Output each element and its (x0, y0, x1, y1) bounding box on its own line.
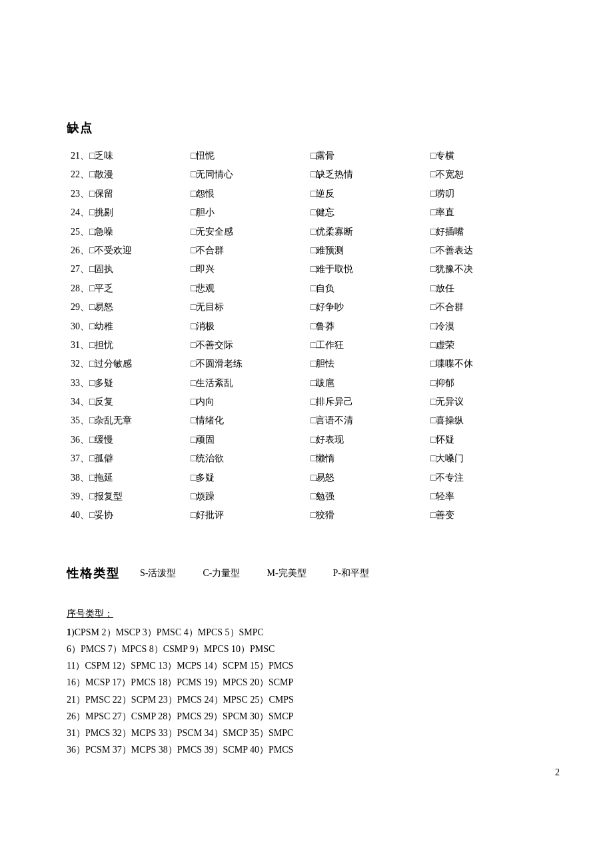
table-cell: □不专注 (426, 469, 546, 487)
table-cell: □勉强 (306, 487, 426, 506)
table-cell: □易怒 (306, 469, 426, 487)
table-cell: □难于取悦 (306, 260, 426, 279)
sequence-line: 16）MCSP 17）PMCS 18）PCMS 19）MPCS 20）SCMP (67, 674, 546, 691)
table-row: 30、□幼稚□消极□鲁莽□冷漠 (67, 317, 546, 336)
table-cell: □内向 (187, 393, 306, 411)
sequence-content: 1)CPSM 2）MSCP 3）PMSC 4）MPCS 5）SMPC6）PMCS… (67, 624, 546, 759)
table-cell: □抑郁 (426, 374, 546, 393)
table-row: 32、□过分敏感□不圆滑老练□胆怯□喋喋不休 (67, 355, 546, 373)
table-row: 29、□易怒□无目标□好争吵□不合群 (67, 298, 546, 317)
table-cell: □好插嘴 (426, 223, 546, 241)
table-cell: □健忘 (306, 203, 426, 222)
table-row: 35、□杂乱无章□情绪化□言语不清□喜操纵 (67, 411, 546, 430)
sequence-line: 6）PMCS 7）MPCS 8）CSMP 9）MPCS 10）PMSC (67, 641, 546, 657)
table-cell: 29、□易怒 (67, 298, 187, 317)
table-cell: 38、□拖延 (67, 469, 187, 487)
sequence-line: 26）MPSC 27）CSMP 28）PMCS 29）SPCM 30）SMCP (67, 708, 546, 725)
sequence-line: 31）PMCS 32）MCPS 33）PSCM 34）SMCP 35）SMPC (67, 725, 546, 741)
table-cell: □言语不清 (306, 411, 426, 430)
table-cell: □不宽恕 (426, 165, 546, 184)
table-cell: 30、□幼稚 (67, 317, 187, 336)
table-cell: □不圆滑老练 (187, 355, 306, 373)
table-cell: 39、□报复型 (67, 487, 187, 506)
table-cell: □无异议 (426, 393, 546, 411)
table-cell: □排斥异己 (306, 393, 426, 411)
table-row: 36、□缓慢□顽固□好表现□怀疑 (67, 431, 546, 449)
table-row: 21、□乏味□忸怩□露骨□专横 (67, 147, 546, 165)
table-cell: □胆小 (187, 203, 306, 222)
sequence-line: 1)CPSM 2）MSCP 3）PMSC 4）MPCS 5）SMPC (67, 624, 546, 641)
table-cell: □工作狂 (306, 336, 426, 355)
table-cell: □烦躁 (187, 487, 306, 506)
sequence-line: 21）PMSC 22）SCPM 23）PMCS 24）MPSC 25）CMPS (67, 691, 546, 708)
table-cell: □好争吵 (306, 298, 426, 317)
table-row: 25、□急噪□无安全感□优柔寡断□好插嘴 (67, 223, 546, 241)
table-cell: □怨恨 (187, 185, 306, 203)
defects-table: 21、□乏味□忸怩□露骨□专横22、□散漫□无同情心□缺乏热情□不宽恕23、□保… (67, 147, 546, 525)
table-cell: □懒惰 (306, 449, 426, 468)
table-cell: 36、□缓慢 (67, 431, 187, 449)
sequence-title: 序号类型： (67, 608, 546, 620)
table-cell: □逆反 (306, 185, 426, 203)
table-cell: □即兴 (187, 260, 306, 279)
table-cell: □虚荣 (426, 336, 546, 355)
table-row: 39、□报复型□烦躁□勉强□轻率 (67, 487, 546, 506)
table-row: 27、□固执□即兴□难于取悦□犹豫不决 (67, 260, 546, 279)
table-cell: □冷漠 (426, 317, 546, 336)
personality-type-s: S-活泼型 (140, 567, 176, 579)
table-cell: □犹豫不决 (426, 260, 546, 279)
page: 缺点 21、□乏味□忸怩□露骨□专横22、□散漫□无同情心□缺乏热情□不宽恕23… (0, 0, 613, 798)
table-row: 23、□保留□怨恨□逆反□唠叨 (67, 185, 546, 203)
table-cell: □喋喋不休 (426, 355, 546, 373)
personality-type-m: M-完美型 (267, 567, 306, 579)
personality-section: 性格类型 S-活泼型 C-力量型 M-完美型 P-和平型 (67, 565, 546, 581)
table-cell: □不善交际 (187, 336, 306, 355)
table-cell: □善变 (426, 506, 546, 525)
table-cell: 28、□平乏 (67, 279, 187, 298)
table-cell: □喜操纵 (426, 411, 546, 430)
table-cell: □顽固 (187, 431, 306, 449)
table-row: 34、□反复□内向□排斥异己□无异议 (67, 393, 546, 411)
sequence-line: 36）PCSM 37）MCPS 38）PMCS 39）SCMP 40）PMCS (67, 741, 546, 758)
table-row: 40、□妥协□好批评□狡猾□善变 (67, 506, 546, 525)
sequence-line: 11）CSPM 12）SPMC 13）MCPS 14）SCPM 15）PMCS (67, 657, 546, 674)
table-cell: 40、□妥协 (67, 506, 187, 525)
table-cell: □自负 (306, 279, 426, 298)
table-row: 31、□担忧□不善交际□工作狂□虚荣 (67, 336, 546, 355)
table-cell: □好表现 (306, 431, 426, 449)
table-cell: □跋扈 (306, 374, 426, 393)
table-row: 28、□平乏□悲观□自负□放任 (67, 279, 546, 298)
table-cell: □轻率 (426, 487, 546, 506)
table-cell: □唠叨 (426, 185, 546, 203)
personality-types: S-活泼型 C-力量型 M-完美型 P-和平型 (140, 567, 369, 579)
table-row: 37、□孤僻□统治欲□懒惰□大嗓门 (67, 449, 546, 468)
table-cell: □难预测 (306, 241, 426, 260)
page-number: 2 (555, 767, 560, 778)
table-cell: □专横 (426, 147, 546, 165)
table-cell: 31、□担忧 (67, 336, 187, 355)
table-cell: □露骨 (306, 147, 426, 165)
table-cell: 27、□固执 (67, 260, 187, 279)
personality-type-c: C-力量型 (203, 567, 240, 579)
table-cell: □无安全感 (187, 223, 306, 241)
table-cell: □情绪化 (187, 411, 306, 430)
table-row: 24、□挑剔□胆小□健忘□率直 (67, 203, 546, 222)
table-row: 33、□多疑□生活紊乱□跋扈□抑郁 (67, 374, 546, 393)
table-cell: □消极 (187, 317, 306, 336)
table-cell: □无目标 (187, 298, 306, 317)
table-cell: 26、□不受欢迎 (67, 241, 187, 260)
table-cell: 25、□急噪 (67, 223, 187, 241)
table-row: 22、□散漫□无同情心□缺乏热情□不宽恕 (67, 165, 546, 184)
sequence-section: 序号类型： 1)CPSM 2）MSCP 3）PMSC 4）MPCS 5）SMPC… (67, 608, 546, 759)
table-cell: □不善表达 (426, 241, 546, 260)
table-cell: □忸怩 (187, 147, 306, 165)
defects-section: 缺点 21、□乏味□忸怩□露骨□专横22、□散漫□无同情心□缺乏热情□不宽恕23… (67, 120, 546, 525)
table-cell: □缺乏热情 (306, 165, 426, 184)
table-cell: □鲁莽 (306, 317, 426, 336)
table-cell: □大嗓门 (426, 449, 546, 468)
personality-type-p: P-和平型 (333, 567, 369, 579)
table-cell: □多疑 (187, 469, 306, 487)
table-cell: 37、□孤僻 (67, 449, 187, 468)
table-cell: 23、□保留 (67, 185, 187, 203)
table-cell: □率直 (426, 203, 546, 222)
